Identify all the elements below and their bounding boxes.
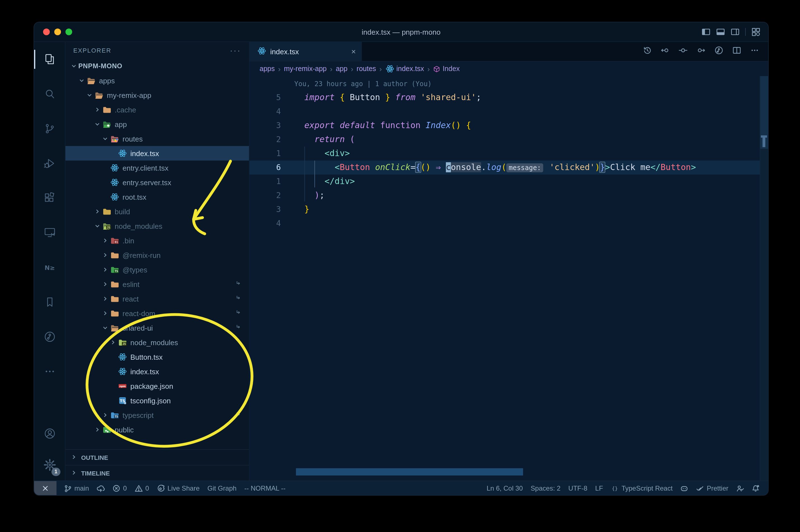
status-0[interactable]: 0 [131, 481, 153, 495]
tree-item-build[interactable]: build [65, 204, 249, 219]
activity-git-graph-icon[interactable] [34, 319, 65, 354]
timeline-section[interactable]: TIMELINE [65, 465, 249, 480]
activity-explorer-icon[interactable] [34, 42, 65, 77]
activity-search-icon[interactable] [34, 77, 65, 111]
tree-item-@remix-run[interactable]: @remix-run [65, 248, 249, 262]
code-editor[interactable]: You, 23 hours ago | 1 author (You) 5impo… [249, 76, 768, 480]
tree-item-index.tsx[interactable]: index.tsx [65, 146, 249, 160]
status-cloud-upload[interactable] [93, 481, 109, 495]
close-tab-icon[interactable]: × [351, 47, 356, 56]
history-icon[interactable] [643, 46, 652, 57]
tree-item-app[interactable]: app [65, 117, 249, 131]
line-number: 2 [249, 189, 291, 203]
status-utf-8[interactable]: UTF-8 [565, 481, 591, 495]
next-change-icon[interactable] [697, 46, 705, 57]
folder-icon [86, 76, 96, 85]
tree-item-my-remix-app[interactable]: my-remix-app [65, 88, 249, 102]
prev-change-icon[interactable] [661, 46, 670, 57]
breadcrumb-item-my-remix-app[interactable]: my-remix-app [284, 65, 327, 73]
tree-item-.bin[interactable]: 01.bin [65, 233, 249, 248]
tree-item-react-dom[interactable]: react-dom [65, 306, 249, 321]
outline-section[interactable]: OUTLINE [65, 449, 249, 465]
status-typescript-react[interactable]: {}TypeScript React [607, 481, 677, 495]
tree-item-Button.tsx[interactable]: Button.tsx [65, 349, 249, 364]
chevron-down-icon [93, 120, 102, 128]
status-remote[interactable] [34, 481, 57, 495]
status-normal[interactable]: -- NORMAL -- [241, 481, 289, 495]
tree-item-eslint[interactable]: eslint [65, 277, 249, 291]
status-ln-6-col-30[interactable]: Ln 6, Col 30 [483, 481, 527, 495]
status-lf[interactable]: LF [591, 481, 607, 495]
status-prettier[interactable]: Prettier [692, 481, 732, 495]
code-line[interactable]: 3} [249, 203, 768, 216]
breadcrumb-item-Index[interactable]: Index [433, 65, 460, 73]
git-graph-circle-icon[interactable] [715, 46, 723, 57]
chevron-down-icon [85, 91, 94, 99]
code-line-current[interactable]: 6 <Button onClick={() ⇒ console.log(mess… [249, 160, 768, 174]
status-main[interactable]: main [60, 481, 93, 495]
status-git-graph[interactable]: Git Graph [204, 481, 241, 495]
tree-item-entry.client.tsx[interactable]: entry.client.tsx [65, 160, 249, 175]
editor-toolbar [643, 42, 768, 61]
breadcrumb-item-apps[interactable]: apps [260, 65, 275, 73]
status-0[interactable]: 0 [109, 481, 131, 495]
svg-text:{}: {} [612, 485, 618, 491]
status-spaces-2[interactable]: Spaces: 2 [527, 481, 565, 495]
tree-item-PNPM-MONO[interactable]: PNPM-MONO [65, 59, 249, 73]
tree-item-root.tsx[interactable]: root.tsx [65, 190, 249, 204]
code-line[interactable]: 2 ); [249, 189, 768, 203]
svg-text:JS: JS [122, 342, 126, 345]
status-bell-dot[interactable] [748, 481, 764, 495]
tree-item-entry.server.tsx[interactable]: entry.server.tsx [65, 175, 249, 190]
activity-extensions-icon[interactable] [34, 181, 65, 215]
code-line[interactable]: 5import { Button } from 'shared-ui'; [249, 91, 768, 104]
horizontal-scrollbar[interactable] [296, 468, 523, 475]
status-live-share[interactable]: Live Share [153, 481, 204, 495]
tree-item-index.tsx[interactable]: index.tsx [65, 364, 249, 379]
code-line[interactable]: 1 <div> [249, 147, 768, 160]
breadcrumb-item-index.tsx[interactable]: index.tsx [385, 64, 424, 73]
commit-icon[interactable] [679, 46, 688, 57]
layout-grid-icon[interactable] [751, 27, 760, 36]
tree-item-react[interactable]: react [65, 291, 249, 306]
activity-more-icon[interactable] [34, 354, 65, 389]
status-person-check[interactable] [732, 481, 748, 495]
react-icon [385, 64, 394, 73]
tree-item-package.json[interactable]: npmpackage.json [65, 379, 249, 393]
code-line[interactable]: 4 [249, 104, 768, 119]
tree-item-node_modules[interactable]: JSnode_modules [65, 335, 249, 349]
tree-item-shared-ui[interactable]: shared-ui [65, 321, 249, 335]
activity-bookmarks-icon[interactable] [34, 285, 65, 319]
tree-item-.cache[interactable]: .cache [65, 102, 249, 117]
tree-item-public[interactable]: public [65, 422, 249, 437]
more-icon[interactable] [750, 46, 759, 57]
activity-nx-console-icon[interactable]: N≥ [34, 250, 65, 285]
person-check-icon [736, 484, 744, 492]
activity-remote-explorer-icon[interactable] [34, 215, 65, 250]
layout-sidebar-left-icon[interactable] [702, 27, 710, 36]
activity-settings-icon[interactable]: 1 [34, 449, 65, 480]
breadcrumb-item-app[interactable]: app [336, 65, 347, 73]
tree-item-tsconfig.json[interactable]: TStsconfig.json [65, 393, 249, 408]
tree-item-routes[interactable]: routes [65, 131, 249, 146]
code-line[interactable]: 2 return ( [249, 133, 768, 147]
activity-bar: N≥1 [34, 42, 65, 480]
tree-item-@types[interactable]: TS@types [65, 262, 249, 277]
tree-item-node_modules[interactable]: JSnode_modules [65, 219, 249, 233]
activity-source-control-icon[interactable] [34, 111, 65, 146]
tree-item-typescript[interactable]: TStypescript [65, 408, 249, 422]
split-editor-icon[interactable] [732, 46, 741, 57]
layout-panel-icon[interactable] [716, 27, 725, 36]
minimap[interactable] [760, 76, 768, 480]
code-line[interactable]: 1 </div> [249, 174, 768, 189]
activity-run-debug-icon[interactable] [34, 146, 65, 181]
code-line[interactable]: 4 [249, 216, 768, 230]
tab-index-tsx[interactable]: index.tsx × [249, 42, 362, 61]
layout-sidebar-right-icon[interactable] [731, 27, 740, 36]
breadcrumb-item-routes[interactable]: routes [357, 65, 376, 73]
code-line[interactable]: 3export default function Index() { [249, 119, 768, 133]
tree-item-apps[interactable]: apps [65, 73, 249, 88]
activity-account-icon[interactable] [34, 418, 65, 449]
status-copilot[interactable] [677, 481, 692, 495]
explorer-more-actions-icon[interactable]: ··· [230, 46, 241, 55]
